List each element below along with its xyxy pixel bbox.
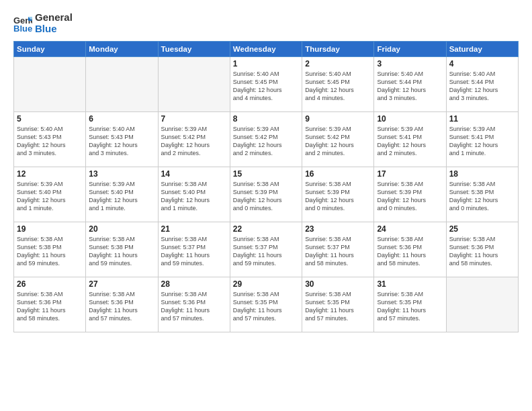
calendar-cell: 20Sunrise: 5:38 AM Sunset: 5:38 PM Dayli…	[86, 222, 158, 277]
day-info: Sunrise: 5:38 AM Sunset: 5:38 PM Dayligh…	[17, 235, 83, 268]
calendar-cell	[446, 277, 518, 332]
day-number: 12	[17, 169, 83, 179]
page-header: General Blue General Blue	[13, 12, 519, 34]
day-number: 2	[305, 59, 371, 68]
day-info: Sunrise: 5:39 AM Sunset: 5:41 PM Dayligh…	[377, 125, 443, 158]
calendar-cell: 3Sunrise: 5:40 AM Sunset: 5:44 PM Daylig…	[374, 57, 446, 112]
calendar-cell: 12Sunrise: 5:39 AM Sunset: 5:40 PM Dayli…	[14, 167, 86, 222]
calendar-week-row: 12Sunrise: 5:39 AM Sunset: 5:40 PM Dayli…	[14, 167, 519, 222]
day-info: Sunrise: 5:39 AM Sunset: 5:42 PM Dayligh…	[305, 125, 371, 158]
day-number: 17	[377, 169, 443, 179]
calendar-cell: 2Sunrise: 5:40 AM Sunset: 5:45 PM Daylig…	[302, 57, 374, 112]
calendar-week-row: 19Sunrise: 5:38 AM Sunset: 5:38 PM Dayli…	[14, 222, 519, 277]
day-number: 24	[377, 224, 443, 234]
calendar-cell: 4Sunrise: 5:40 AM Sunset: 5:44 PM Daylig…	[446, 57, 518, 112]
calendar-cell: 27Sunrise: 5:38 AM Sunset: 5:36 PM Dayli…	[86, 277, 158, 332]
calendar-cell	[86, 57, 158, 112]
day-number: 27	[89, 279, 154, 289]
calendar-week-row: 1Sunrise: 5:40 AM Sunset: 5:45 PM Daylig…	[14, 57, 519, 112]
day-number: 29	[233, 279, 299, 289]
day-info: Sunrise: 5:38 AM Sunset: 5:39 PM Dayligh…	[305, 180, 371, 213]
day-number: 19	[17, 224, 83, 234]
calendar-week-row: 26Sunrise: 5:38 AM Sunset: 5:36 PM Dayli…	[14, 277, 519, 332]
day-number: 7	[161, 114, 227, 124]
calendar-cell: 11Sunrise: 5:39 AM Sunset: 5:41 PM Dayli…	[446, 112, 518, 167]
weekday-header-thursday: Thursday	[302, 42, 374, 57]
day-info: Sunrise: 5:39 AM Sunset: 5:40 PM Dayligh…	[17, 180, 83, 213]
day-number: 23	[305, 224, 371, 234]
weekday-header-friday: Friday	[374, 42, 446, 57]
day-info: Sunrise: 5:39 AM Sunset: 5:42 PM Dayligh…	[161, 125, 227, 158]
calendar-cell: 26Sunrise: 5:38 AM Sunset: 5:36 PM Dayli…	[14, 277, 86, 332]
weekday-header-sunday: Sunday	[14, 42, 86, 57]
calendar-cell: 25Sunrise: 5:38 AM Sunset: 5:36 PM Dayli…	[446, 222, 518, 277]
logo: General Blue General Blue	[13, 12, 73, 34]
calendar-cell: 18Sunrise: 5:38 AM Sunset: 5:38 PM Dayli…	[446, 167, 518, 222]
day-info: Sunrise: 5:38 AM Sunset: 5:40 PM Dayligh…	[161, 180, 227, 213]
day-number: 22	[233, 224, 299, 234]
day-info: Sunrise: 5:40 AM Sunset: 5:44 PM Dayligh…	[377, 70, 443, 103]
weekday-header-wednesday: Wednesday	[230, 42, 302, 57]
weekday-header-saturday: Saturday	[446, 42, 518, 57]
calendar-cell: 13Sunrise: 5:39 AM Sunset: 5:40 PM Dayli…	[86, 167, 158, 222]
calendar-cell: 17Sunrise: 5:38 AM Sunset: 5:39 PM Dayli…	[374, 167, 446, 222]
day-info: Sunrise: 5:38 AM Sunset: 5:39 PM Dayligh…	[377, 180, 443, 213]
day-number: 14	[161, 169, 227, 179]
day-number: 16	[305, 169, 371, 179]
calendar-cell	[158, 57, 230, 112]
day-info: Sunrise: 5:38 AM Sunset: 5:36 PM Dayligh…	[161, 290, 227, 323]
day-number: 8	[233, 114, 299, 124]
calendar-cell: 6Sunrise: 5:40 AM Sunset: 5:43 PM Daylig…	[86, 112, 158, 167]
calendar-cell: 14Sunrise: 5:38 AM Sunset: 5:40 PM Dayli…	[158, 167, 230, 222]
day-number: 20	[89, 224, 154, 234]
calendar-cell: 15Sunrise: 5:38 AM Sunset: 5:39 PM Dayli…	[230, 167, 302, 222]
calendar-cell: 23Sunrise: 5:38 AM Sunset: 5:37 PM Dayli…	[302, 222, 374, 277]
day-number: 5	[17, 114, 83, 124]
weekday-header-monday: Monday	[86, 42, 158, 57]
calendar-cell: 1Sunrise: 5:40 AM Sunset: 5:45 PM Daylig…	[230, 57, 302, 112]
logo-blue-text: Blue	[35, 23, 57, 34]
day-info: Sunrise: 5:40 AM Sunset: 5:44 PM Dayligh…	[449, 70, 515, 103]
calendar-cell: 29Sunrise: 5:38 AM Sunset: 5:35 PM Dayli…	[230, 277, 302, 332]
day-info: Sunrise: 5:38 AM Sunset: 5:36 PM Dayligh…	[17, 290, 83, 323]
calendar-cell: 30Sunrise: 5:38 AM Sunset: 5:35 PM Dayli…	[302, 277, 374, 332]
day-number: 3	[377, 59, 443, 68]
weekday-header-row: SundayMondayTuesdayWednesdayThursdayFrid…	[14, 42, 519, 57]
calendar-cell: 24Sunrise: 5:38 AM Sunset: 5:36 PM Dayli…	[374, 222, 446, 277]
calendar-cell: 10Sunrise: 5:39 AM Sunset: 5:41 PM Dayli…	[374, 112, 446, 167]
day-info: Sunrise: 5:38 AM Sunset: 5:35 PM Dayligh…	[305, 290, 371, 323]
calendar-cell: 28Sunrise: 5:38 AM Sunset: 5:36 PM Dayli…	[158, 277, 230, 332]
day-number: 6	[89, 114, 154, 124]
day-info: Sunrise: 5:38 AM Sunset: 5:35 PM Dayligh…	[233, 290, 299, 323]
calendar-cell: 9Sunrise: 5:39 AM Sunset: 5:42 PM Daylig…	[302, 112, 374, 167]
svg-text:Blue: Blue	[13, 24, 32, 33]
day-number: 13	[89, 169, 154, 179]
day-info: Sunrise: 5:38 AM Sunset: 5:37 PM Dayligh…	[161, 235, 227, 268]
day-info: Sunrise: 5:38 AM Sunset: 5:35 PM Dayligh…	[377, 290, 443, 323]
day-number: 18	[449, 169, 515, 179]
day-number: 25	[449, 224, 515, 234]
logo-icon: General Blue	[13, 14, 32, 33]
day-info: Sunrise: 5:38 AM Sunset: 5:39 PM Dayligh…	[233, 180, 299, 213]
day-info: Sunrise: 5:38 AM Sunset: 5:37 PM Dayligh…	[233, 235, 299, 268]
calendar-cell	[14, 57, 86, 112]
day-info: Sunrise: 5:38 AM Sunset: 5:38 PM Dayligh…	[449, 180, 515, 213]
day-number: 28	[161, 279, 227, 289]
logo-general-text: General	[35, 11, 73, 23]
calendar-table: SundayMondayTuesdayWednesdayThursdayFrid…	[13, 41, 519, 332]
calendar-cell: 22Sunrise: 5:38 AM Sunset: 5:37 PM Dayli…	[230, 222, 302, 277]
day-info: Sunrise: 5:40 AM Sunset: 5:43 PM Dayligh…	[89, 125, 154, 158]
calendar-cell: 16Sunrise: 5:38 AM Sunset: 5:39 PM Dayli…	[302, 167, 374, 222]
day-info: Sunrise: 5:38 AM Sunset: 5:38 PM Dayligh…	[89, 235, 154, 268]
day-number: 1	[233, 59, 299, 68]
day-number: 21	[161, 224, 227, 234]
day-number: 11	[449, 114, 515, 124]
day-info: Sunrise: 5:39 AM Sunset: 5:41 PM Dayligh…	[449, 125, 515, 158]
calendar-cell: 7Sunrise: 5:39 AM Sunset: 5:42 PM Daylig…	[158, 112, 230, 167]
day-info: Sunrise: 5:40 AM Sunset: 5:45 PM Dayligh…	[305, 70, 371, 103]
calendar-cell: 5Sunrise: 5:40 AM Sunset: 5:43 PM Daylig…	[14, 112, 86, 167]
day-info: Sunrise: 5:39 AM Sunset: 5:40 PM Dayligh…	[89, 180, 154, 213]
day-info: Sunrise: 5:38 AM Sunset: 5:36 PM Dayligh…	[89, 290, 154, 323]
day-number: 30	[305, 279, 371, 289]
day-info: Sunrise: 5:38 AM Sunset: 5:36 PM Dayligh…	[449, 235, 515, 268]
